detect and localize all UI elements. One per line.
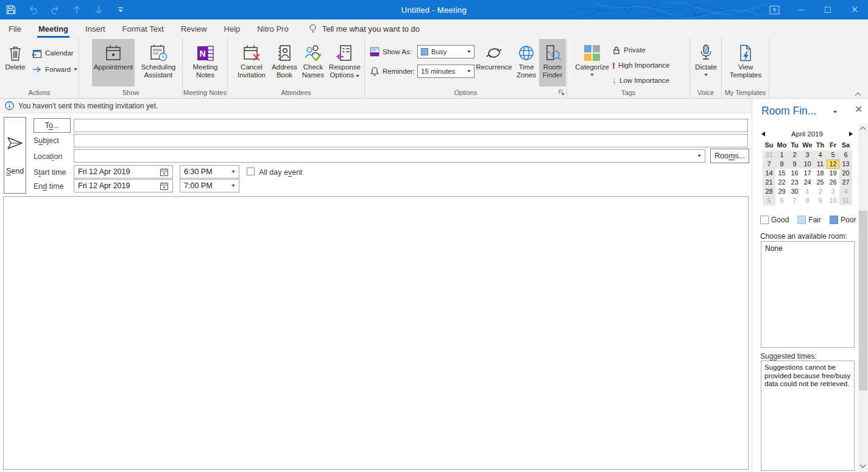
scheduling-assistant-button[interactable]: Scheduling Assistant bbox=[136, 39, 180, 86]
start-date-picker[interactable]: Fri 12 Apr 2019 bbox=[74, 165, 173, 178]
room-finder-dropdown-icon[interactable] bbox=[833, 111, 837, 113]
categorize-button[interactable]: Categorize bbox=[574, 39, 610, 86]
tab-insert[interactable]: Insert bbox=[77, 19, 114, 38]
calendar-day[interactable]: 9 bbox=[814, 196, 827, 205]
scroll-down-icon[interactable] bbox=[860, 462, 866, 468]
low-importance-button[interactable]: ↓ Low Importance bbox=[612, 74, 669, 87]
send-button[interactable]: Send bbox=[4, 117, 26, 194]
previous-month-icon[interactable] bbox=[761, 132, 765, 136]
appointment-button[interactable]: Appointment bbox=[92, 39, 135, 86]
calendar-day[interactable]: 18 bbox=[814, 169, 827, 178]
view-templates-button[interactable]: View Templates bbox=[728, 39, 763, 86]
calendar-button[interactable]: Calendar bbox=[32, 46, 74, 60]
calendar-day[interactable]: 29 bbox=[775, 187, 788, 196]
calendar-day[interactable]: 1 bbox=[801, 187, 814, 196]
calendar-day[interactable]: 8 bbox=[801, 196, 814, 205]
calendar-day[interactable]: 6 bbox=[775, 196, 788, 205]
check-names-button[interactable]: Check Names bbox=[299, 39, 327, 86]
private-button[interactable]: Private bbox=[612, 43, 646, 57]
meeting-body-editor[interactable] bbox=[3, 196, 749, 470]
calendar-day[interactable]: 6 bbox=[839, 150, 852, 160]
calendar-day[interactable]: 24 bbox=[801, 178, 814, 187]
date-picker-icon[interactable] bbox=[160, 181, 169, 191]
calendar-day[interactable]: 2 bbox=[814, 187, 827, 196]
calendar-day[interactable]: 5 bbox=[827, 150, 839, 160]
calendar-day[interactable]: 27 bbox=[839, 178, 852, 187]
calendar-day[interactable]: 25 bbox=[814, 178, 827, 187]
calendar-day[interactable]: 10 bbox=[827, 196, 839, 205]
time-zones-button[interactable]: Time Zones bbox=[514, 39, 538, 86]
reminder-select[interactable]: 15 minutes bbox=[417, 65, 475, 78]
tab-help[interactable]: Help bbox=[216, 19, 249, 38]
forward-button[interactable]: Forward bbox=[32, 63, 77, 76]
recurrence-button[interactable]: Recurrence bbox=[475, 39, 513, 86]
show-as-select[interactable]: Busy bbox=[417, 45, 475, 58]
calendar-day[interactable]: 8 bbox=[775, 160, 788, 169]
calendar-day[interactable]: 23 bbox=[788, 178, 801, 187]
calendar-day[interactable]: 11 bbox=[814, 160, 827, 169]
calendar-day[interactable]: 20 bbox=[839, 169, 852, 178]
location-dropdown-icon[interactable] bbox=[697, 155, 701, 157]
date-picker-icon[interactable] bbox=[160, 167, 169, 177]
collapse-ribbon-icon[interactable] bbox=[856, 89, 864, 96]
calendar-day[interactable]: 2 bbox=[788, 150, 801, 160]
calendar-day[interactable]: 28 bbox=[763, 187, 775, 196]
to-button[interactable]: To... bbox=[34, 118, 71, 133]
delete-button[interactable]: Delete bbox=[2, 39, 28, 86]
calendar-day[interactable]: 9 bbox=[788, 160, 801, 169]
calendar-day[interactable]: 11 bbox=[839, 196, 852, 205]
forward-dropdown-icon[interactable] bbox=[74, 68, 77, 71]
next-month-icon[interactable] bbox=[849, 132, 853, 136]
tab-review[interactable]: Review bbox=[172, 19, 216, 38]
scroll-up-icon[interactable] bbox=[860, 127, 866, 133]
tab-file[interactable]: File bbox=[0, 19, 30, 38]
subject-input[interactable] bbox=[74, 134, 748, 147]
calendar-day[interactable]: 7 bbox=[788, 196, 801, 205]
calendar-day[interactable]: 1 bbox=[775, 150, 788, 160]
meeting-notes-button[interactable]: N Meeting Notes bbox=[185, 39, 225, 86]
tab-format-text[interactable]: Format Text bbox=[114, 19, 172, 38]
end-date-picker[interactable]: Fri 12 Apr 2019 bbox=[74, 179, 173, 192]
end-time-select[interactable]: 7:00 PM bbox=[180, 179, 239, 192]
high-importance-button[interactable]: ! High Importance bbox=[612, 58, 669, 72]
response-options-button[interactable]: Response Options bbox=[328, 39, 362, 86]
ribbon-display-options-icon[interactable] bbox=[761, 0, 788, 19]
categorize-dropdown-icon[interactable] bbox=[590, 74, 594, 76]
room-finder-close-icon[interactable]: ✕ bbox=[855, 104, 863, 115]
calendar-day[interactable]: 26 bbox=[827, 178, 839, 187]
dictate-button[interactable]: Dictate bbox=[693, 39, 719, 86]
calendar-day[interactable]: 19 bbox=[827, 169, 839, 178]
rooms-button[interactable]: Rooms... bbox=[710, 149, 749, 163]
tab-nitro-pro[interactable]: Nitro Pro bbox=[249, 19, 297, 38]
panel-scrollbar[interactable] bbox=[858, 124, 868, 472]
calendar-day-today[interactable]: 12 bbox=[827, 160, 839, 169]
calendar-day[interactable]: 16 bbox=[788, 169, 801, 178]
dictate-dropdown-icon[interactable] bbox=[704, 74, 708, 76]
calendar-day[interactable]: 15 bbox=[775, 169, 788, 178]
address-book-button[interactable]: Address Book bbox=[270, 39, 298, 86]
calendar-day[interactable]: 31 bbox=[763, 150, 775, 160]
tell-me-box[interactable]: Tell me what you want to do bbox=[308, 24, 420, 34]
calendar-day[interactable]: 3 bbox=[827, 187, 839, 196]
room-list[interactable]: None bbox=[761, 241, 855, 348]
close-button[interactable]: ✕ bbox=[841, 0, 868, 19]
calendar-day[interactable]: 5 bbox=[763, 196, 775, 205]
start-time-select[interactable]: 6:30 PM bbox=[180, 165, 239, 178]
maximize-button[interactable] bbox=[814, 0, 841, 19]
calendar-day[interactable]: 4 bbox=[839, 187, 852, 196]
calendar-day[interactable]: 17 bbox=[801, 169, 814, 178]
calendar-day[interactable]: 7 bbox=[763, 160, 775, 169]
calendar-day[interactable]: 13 bbox=[839, 160, 852, 169]
location-input[interactable] bbox=[74, 149, 705, 163]
calendar-day[interactable]: 21 bbox=[763, 178, 775, 187]
all-day-checkbox[interactable] bbox=[247, 167, 255, 175]
calendar-day[interactable]: 4 bbox=[814, 150, 827, 160]
cancel-invitation-button[interactable]: Cancel Invitation bbox=[233, 39, 270, 86]
calendar-day[interactable]: 3 bbox=[801, 150, 814, 160]
calendar-day[interactable]: 14 bbox=[763, 169, 775, 178]
response-options-dropdown-icon[interactable] bbox=[356, 75, 359, 77]
scrollbar-thumb[interactable] bbox=[859, 211, 867, 390]
calendar-day[interactable]: 22 bbox=[775, 178, 788, 187]
calendar-day[interactable]: 30 bbox=[788, 187, 801, 196]
tab-meeting[interactable]: Meeting bbox=[30, 19, 77, 38]
